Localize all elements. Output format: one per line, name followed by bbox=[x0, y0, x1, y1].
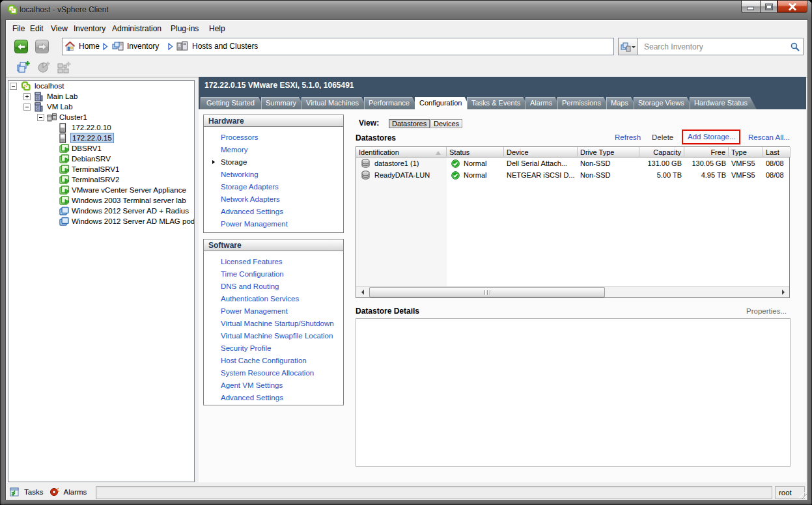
menu-inventory[interactable]: Inventory bbox=[69, 20, 110, 37]
tree-item-label[interactable]: Main Lab bbox=[46, 91, 79, 102]
add-storage-link[interactable]: Add Storage... bbox=[688, 133, 736, 141]
refresh-link[interactable]: Refresh bbox=[615, 133, 641, 141]
tree-item-label[interactable]: VMware vCenter Server Appliance bbox=[70, 185, 188, 195]
back-button[interactable] bbox=[14, 40, 28, 53]
minimize-button[interactable] bbox=[741, 1, 760, 13]
tree-item-172-22-0-10[interactable]: 172.22.0.10 bbox=[8, 122, 194, 133]
tree-item-label[interactable]: Windows 2012 Server AD + Radius bbox=[70, 206, 190, 216]
tree-item-label[interactable]: 172.22.0.15 bbox=[70, 133, 114, 143]
column-header-device[interactable]: Device bbox=[504, 147, 578, 157]
tree-item-main-lab[interactable]: Main Lab bbox=[8, 91, 194, 102]
view-devices-button[interactable]: Devices bbox=[430, 119, 462, 128]
tab-virtual-machines[interactable]: Virtual Machines bbox=[301, 97, 368, 109]
column-header-type[interactable]: Type bbox=[729, 147, 763, 157]
tab-configuration[interactable]: Configuration bbox=[415, 97, 471, 109]
tab-summary[interactable]: Summary bbox=[261, 97, 305, 109]
tree-item-windows-2012-server-ad-mlag-pod[interactable]: Windows 2012 Server AD MLAG pod bbox=[8, 216, 194, 226]
hardware-item-processors[interactable]: Processors bbox=[204, 131, 343, 144]
tab-getting-started[interactable]: Getting Started bbox=[201, 97, 265, 109]
menu-view[interactable]: View bbox=[46, 20, 72, 37]
alarms-button[interactable]: Alarms bbox=[49, 486, 87, 498]
tree-item-label[interactable]: DBSRV1 bbox=[70, 143, 103, 154]
tree-item-label[interactable]: localhost bbox=[33, 81, 65, 91]
software-item-security-profile[interactable]: Security Profile bbox=[204, 342, 343, 355]
tree-item-debiansrv[interactable]: DebianSRV bbox=[8, 154, 194, 164]
column-header-drive-type[interactable]: Drive Type bbox=[578, 147, 639, 157]
tree-item-label[interactable]: 172.22.0.10 bbox=[70, 122, 113, 133]
column-header-status[interactable]: Status bbox=[447, 147, 504, 157]
hardware-item-storage-adapters[interactable]: Storage Adapters bbox=[204, 181, 343, 193]
software-item-time-configuration[interactable]: Time Configuration bbox=[204, 268, 343, 280]
menu-help[interactable]: Help bbox=[204, 20, 230, 37]
hardware-item-memory[interactable]: Memory bbox=[204, 144, 343, 156]
horizontal-scrollbar[interactable] bbox=[356, 286, 789, 297]
hardware-item-power-management[interactable]: Power Management bbox=[204, 218, 343, 230]
properties-link[interactable]: Properties... bbox=[746, 307, 787, 315]
collapse-icon[interactable] bbox=[23, 103, 31, 111]
software-item-power-management[interactable]: Power Management bbox=[204, 305, 343, 318]
hardware-item-networking[interactable]: Networking bbox=[204, 169, 343, 181]
tree-item-label[interactable]: Windows 2003 Terminal server lab bbox=[70, 195, 188, 206]
tree-item-label[interactable]: VM Lab bbox=[46, 102, 74, 112]
add-host-icon[interactable] bbox=[16, 61, 30, 73]
menu-administration[interactable]: Administration bbox=[107, 20, 166, 37]
tree-item-vmware-vcenter-server-appliance[interactable]: VMware vCenter Server Appliance bbox=[8, 185, 194, 195]
software-item-virtual-machine-swapfile-location[interactable]: Virtual Machine Swapfile Location bbox=[204, 330, 343, 342]
tree-item-label[interactable]: Windows 2012 Server AD MLAG pod bbox=[70, 216, 195, 226]
tab-tasks-events[interactable]: Tasks & Events bbox=[467, 97, 529, 109]
view-datastores-button[interactable]: Datastores bbox=[389, 119, 430, 128]
tree-item-dbsrv1[interactable]: DBSRV1 bbox=[8, 143, 194, 154]
tree-item-windows-2012-server-ad-radius[interactable]: Windows 2012 Server AD + Radius bbox=[8, 206, 194, 216]
software-item-agent-vm-settings[interactable]: Agent VM Settings bbox=[204, 379, 343, 392]
rescan-all-link[interactable]: Rescan All... bbox=[748, 133, 790, 141]
tree-item-terminalsrv1[interactable]: TerminalSRV1 bbox=[8, 164, 194, 174]
software-item-virtual-machine-startup-shutdown[interactable]: Virtual Machine Startup/Shutdown bbox=[204, 318, 343, 330]
close-button[interactable] bbox=[777, 1, 807, 13]
menu-edit[interactable]: Edit bbox=[25, 20, 48, 37]
software-item-host-cache-configuration[interactable]: Host Cache Configuration bbox=[204, 355, 343, 367]
scroll-left-arrow[interactable] bbox=[356, 287, 367, 297]
software-item-dns-and-routing[interactable]: DNS and Routing bbox=[204, 280, 343, 293]
collapse-icon[interactable] bbox=[10, 83, 17, 90]
tree-item-vm-lab[interactable]: VM Lab bbox=[8, 102, 194, 112]
software-item-licensed-features[interactable]: Licensed Features bbox=[204, 256, 343, 268]
software-item-system-resource-allocation[interactable]: System Resource Allocation bbox=[204, 367, 343, 379]
tree-item-172-22-0-15[interactable]: 172.22.0.15 bbox=[8, 133, 194, 143]
tree-item-cluster1[interactable]: Cluster1 bbox=[8, 112, 194, 122]
hardware-item-advanced-settings[interactable]: Advanced Settings bbox=[204, 206, 343, 218]
column-header-free[interactable]: Free bbox=[684, 147, 729, 157]
software-item-authentication-services[interactable]: Authentication Services bbox=[204, 293, 343, 305]
tasks-button[interactable]: Tasks bbox=[10, 486, 43, 498]
tab-maps[interactable]: Maps bbox=[606, 97, 637, 109]
column-header-last[interactable]: Last bbox=[763, 147, 791, 157]
forward-button[interactable] bbox=[35, 40, 49, 53]
column-header-identification[interactable]: Identification bbox=[356, 147, 447, 157]
tab-alarms[interactable]: Alarms bbox=[525, 97, 561, 109]
scrollbar-thumb[interactable] bbox=[369, 287, 605, 297]
tree-item-label[interactable]: Cluster1 bbox=[58, 112, 89, 122]
search-input[interactable]: Search Inventory bbox=[637, 38, 804, 55]
maximize-restore-button[interactable] bbox=[760, 1, 777, 13]
tree-item-label[interactable]: TerminalSRV1 bbox=[70, 164, 120, 174]
collapse-icon[interactable] bbox=[37, 114, 44, 121]
tree-item-label[interactable]: DebianSRV bbox=[70, 154, 112, 164]
expand-icon[interactable] bbox=[23, 93, 31, 100]
datastore-row-readydata-lun[interactable]: ReadyDATA-LUNNormalNETGEAR iSCSI D...Non… bbox=[356, 169, 789, 181]
tree-item-windows-2003-terminal-server-lab[interactable]: Windows 2003 Terminal server lab bbox=[8, 195, 194, 206]
tab-performance[interactable]: Performance bbox=[364, 97, 419, 109]
delete-link[interactable]: Delete bbox=[652, 133, 673, 141]
scroll-right-arrow[interactable] bbox=[778, 287, 789, 297]
tree-item-terminalsrv2[interactable]: TerminalSRV2 bbox=[8, 174, 194, 185]
column-header-capacity[interactable]: Capacity bbox=[639, 147, 684, 157]
datastore-row-datastore1-1-[interactable]: datastore1 (1)NormalDell Serial Attach..… bbox=[356, 157, 789, 169]
tree-item-label[interactable]: TerminalSRV2 bbox=[70, 174, 120, 185]
software-item-advanced-settings[interactable]: Advanced Settings bbox=[204, 392, 343, 404]
search-icon[interactable] bbox=[790, 42, 800, 54]
search-scope-button[interactable] bbox=[618, 38, 637, 55]
tab-hardware-status[interactable]: Hardware Status bbox=[690, 97, 757, 109]
hardware-item-storage[interactable]: Storage bbox=[204, 156, 343, 169]
tree-item-localhost[interactable]: localhost bbox=[8, 81, 194, 91]
tab-storage-views[interactable]: Storage Views bbox=[634, 97, 693, 109]
tab-permissions[interactable]: Permissions bbox=[557, 97, 610, 109]
hardware-item-network-adapters[interactable]: Network Adapters bbox=[204, 193, 343, 206]
